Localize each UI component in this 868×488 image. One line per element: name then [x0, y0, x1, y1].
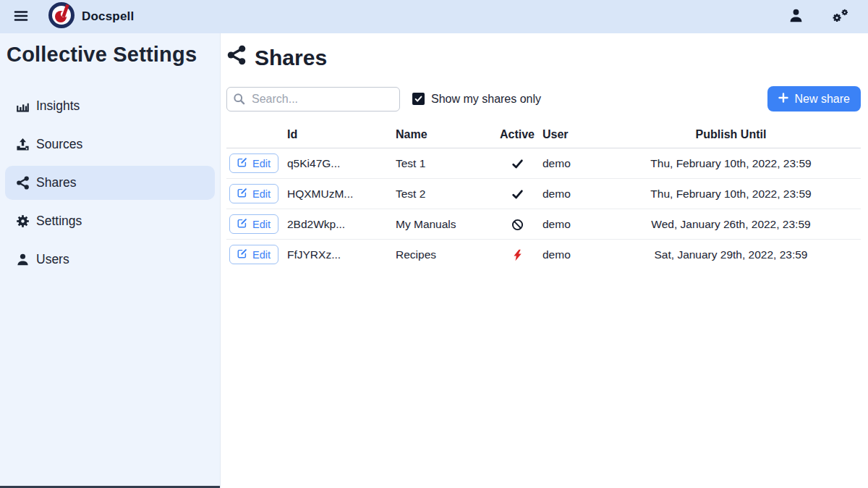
table-row: Edit 2Bd2Wkp... My Manuals demo Wed, Jan… [226, 209, 861, 240]
search-icon [233, 93, 245, 108]
id-column-header: Id [284, 125, 393, 148]
user-icon [788, 8, 804, 25]
table-header-row: Id Name Active User Publish Until [226, 125, 861, 148]
gears-icon [831, 8, 849, 26]
edit-pencil-icon [237, 188, 247, 200]
sidebar-item-shares[interactable]: Shares [5, 166, 215, 200]
share-publish-until: Wed, January 26th, 2022, 23:59 [601, 209, 861, 240]
filter-label: Show my shares only [431, 93, 541, 106]
share-icon [16, 176, 30, 190]
edit-button-label: Edit [252, 219, 271, 230]
share-name: Test 2 [393, 179, 495, 209]
share-publish-until: Thu, February 10th, 2022, 23:59 [601, 148, 861, 179]
table-row: Edit q5Ki47G... Test 1 demo Thu, Februar… [226, 148, 861, 179]
sidebar-item-label: Sources [36, 137, 82, 152]
edit-share-button[interactable]: Edit [229, 153, 278, 173]
sidebar-item-sources[interactable]: Sources [5, 127, 215, 161]
active-column-header: Active [495, 125, 540, 148]
edit-share-button[interactable]: Edit [229, 184, 278, 203]
sidebar-item-insights[interactable]: Insights [5, 89, 215, 123]
edit-pencil-icon [237, 248, 247, 261]
search-box [226, 87, 400, 112]
app-title: Docspell [82, 9, 134, 24]
plus-icon [778, 93, 788, 106]
share-active-status [495, 148, 540, 179]
page-title: Shares [226, 45, 861, 70]
sidebar-nav: Insights Sources [5, 89, 215, 281]
sidebar-item-label: Users [36, 252, 69, 267]
share-active-status [495, 209, 540, 240]
shares-toolbar: Show my shares only New share [226, 86, 861, 112]
table-row: Edit HQXMUzM... Test 2 demo Thu, Februar… [226, 179, 861, 209]
checkbox-checked-icon[interactable] [412, 93, 425, 105]
check-icon [511, 158, 524, 170]
share-user: demo [540, 148, 601, 179]
edit-button-label: Edit [252, 249, 271, 261]
table-row: Edit FfJYRXz... Recipes demo Sat, Januar… [226, 240, 861, 270]
docspell-logo-icon [48, 1, 75, 32]
name-column-header: Name [393, 125, 495, 148]
edit-share-button[interactable]: Edit [229, 245, 278, 264]
sidebar-title: Collective Settings [7, 42, 213, 67]
publish-until-column-header: Publish Until [601, 125, 861, 148]
page-title-text: Shares [255, 46, 327, 70]
new-share-button[interactable]: New share [767, 86, 861, 112]
shares-table: Id Name Active User Publish Until [226, 125, 861, 269]
sidebar-item-label: Shares [36, 175, 76, 190]
chart-bar-icon [16, 99, 30, 113]
collective-settings-sidebar: Collective Settings Insights [0, 33, 221, 488]
shares-table-body: Edit q5Ki47G... Test 1 demo Thu, Februar… [226, 148, 861, 270]
sidebar-item-users[interactable]: Users [5, 243, 215, 277]
gear-icon [16, 214, 30, 228]
edit-button-label: Edit [252, 188, 271, 200]
share-id: q5Ki47G... [284, 148, 393, 179]
search-input[interactable] [226, 87, 400, 112]
share-active-status [495, 240, 540, 270]
share-name: Test 1 [393, 148, 495, 179]
edit-pencil-icon [237, 218, 247, 230]
share-id: HQXMUzM... [284, 179, 393, 209]
admin-settings-button[interactable] [828, 5, 852, 29]
share-active-status [495, 179, 540, 209]
top-navbar: Docspell [0, 0, 868, 33]
upload-icon [16, 138, 30, 151]
edit-column-header [226, 125, 284, 148]
bolt-icon [511, 249, 524, 261]
share-id: 2Bd2Wkp... [284, 209, 393, 240]
sidebar-item-label: Insights [36, 98, 80, 114]
share-publish-until: Sat, January 29th, 2022, 23:59 [601, 240, 861, 270]
share-publish-until: Thu, February 10th, 2022, 23:59 [601, 179, 861, 209]
hamburger-icon [13, 8, 29, 26]
share-user: demo [540, 179, 601, 209]
share-user: demo [540, 240, 601, 270]
user-icon [16, 253, 30, 266]
share-name: My Manuals [393, 209, 495, 240]
ban-icon [511, 219, 524, 231]
sidebar-item-settings[interactable]: Settings [5, 204, 215, 238]
edit-pencil-icon [237, 157, 247, 169]
check-icon [511, 188, 524, 201]
new-share-label: New share [795, 93, 850, 106]
edit-share-button[interactable]: Edit [229, 214, 278, 234]
share-user: demo [540, 209, 601, 240]
sidebar-item-label: Settings [36, 214, 82, 229]
edit-button-label: Edit [252, 158, 271, 169]
menu-toggle-button[interactable] [10, 5, 32, 29]
share-name: Recipes [393, 240, 495, 270]
shares-page: Shares Show my shares only [221, 33, 868, 488]
user-column-header: User [540, 125, 601, 148]
app-brand[interactable]: Docspell [48, 1, 134, 32]
share-id: FfJYRXz... [284, 240, 393, 270]
show-my-shares-filter[interactable]: Show my shares only [412, 93, 541, 106]
account-menu-button[interactable] [786, 5, 807, 28]
share-icon [226, 45, 247, 70]
